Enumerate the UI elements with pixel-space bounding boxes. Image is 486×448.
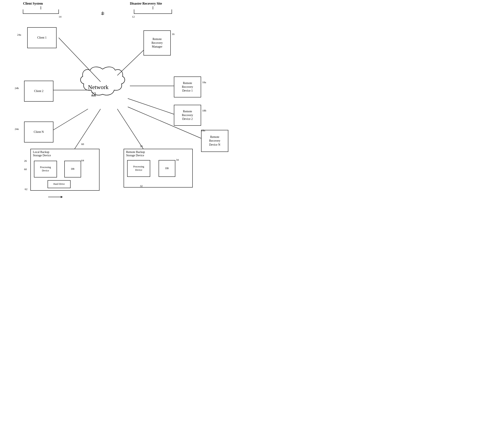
remote-backup-label: Remote BackupStorage Device [126,151,145,157]
remote-recovery-deviceN-box: Remote Recovery Device N [201,130,228,152]
num-18n: 18n [201,129,205,132]
remote-backup-storage-box: Remote BackupStorage Device Processing D… [124,149,193,188]
local-processing-device-label: Processing Device [40,166,51,172]
client-system-label: Client System [23,2,43,5]
num-32: 32 [140,184,143,188]
svg-line-10 [73,109,101,151]
remote-recovery-manager-label: Remote Recovery Manager [151,37,163,49]
num-16: 16 [172,32,175,36]
remote-recovery-device2-label: Remote Recovery Device 2 [182,110,193,121]
num-18b: 18b [202,109,206,112]
num-20: 20 [140,144,143,148]
remote-processing-device-label: Processing Device [133,165,144,172]
local-db-label: DB [71,168,75,171]
num-60a: 60 [24,168,27,171]
local-backup-text: Local Backup Storage Device [33,151,51,157]
num-60-top: 60 [81,143,84,146]
local-backup-label: Local Backup Storage Device [33,151,51,157]
disaster-recovery-label: Disaster Recovery Site [130,2,162,5]
num-24n: 24n [15,128,19,131]
remote-db-box: DB [159,160,175,177]
num-34: 34 [176,158,179,161]
client1-box: Client 1 [27,27,56,48]
network-num-label: 22 [91,91,96,96]
num-64: 64 [81,159,84,162]
network-label: Network [88,84,109,90]
diagram-num: 10 [101,12,104,15]
client2-label: Client 2 [34,89,44,93]
client1-label: Client 1 [37,36,47,40]
svg-line-5 [53,109,88,130]
hard-drive-box: Hard Drive [48,180,71,188]
remote-recovery-manager-box: Remote Recovery Manager [143,30,171,56]
num-26: 26 [24,159,27,163]
remote-processing-device-box: Processing Device [127,160,150,177]
network-text: Network [88,84,109,90]
num-14: 14 [59,15,61,18]
remote-recovery-device1-label: Remote Recovery Device 1 [182,81,193,93]
client2-box: Client 2 [24,81,53,102]
num-24b: 24b [15,87,19,90]
remote-recovery-deviceN-label: Remote Recovery Device N [209,135,220,147]
clientN-box: Client N [24,121,53,143]
num-12: 12 [132,15,135,18]
local-backup-storage-box: Local Backup Storage Device Processing D… [30,149,100,191]
diagram: Client System Disaster Recovery Site 10 … [0,0,243,224]
svg-marker-13 [61,196,63,198]
local-processing-device-box: Processing Device [34,161,57,177]
num-62: 62 [25,188,27,191]
remote-db-label: DB [165,167,169,170]
num-18a: 18a [202,81,206,84]
num-24a: 24a [17,33,21,36]
local-db-box: DB [64,161,81,177]
hard-drive-label: Hard Drive [53,183,65,186]
remote-recovery-device2-box: Remote Recovery Device 2 [174,105,201,126]
svg-line-8 [128,98,174,114]
clientN-label: Client N [34,130,44,134]
remote-recovery-device1-box: Remote Recovery Device 1 [174,76,201,97]
